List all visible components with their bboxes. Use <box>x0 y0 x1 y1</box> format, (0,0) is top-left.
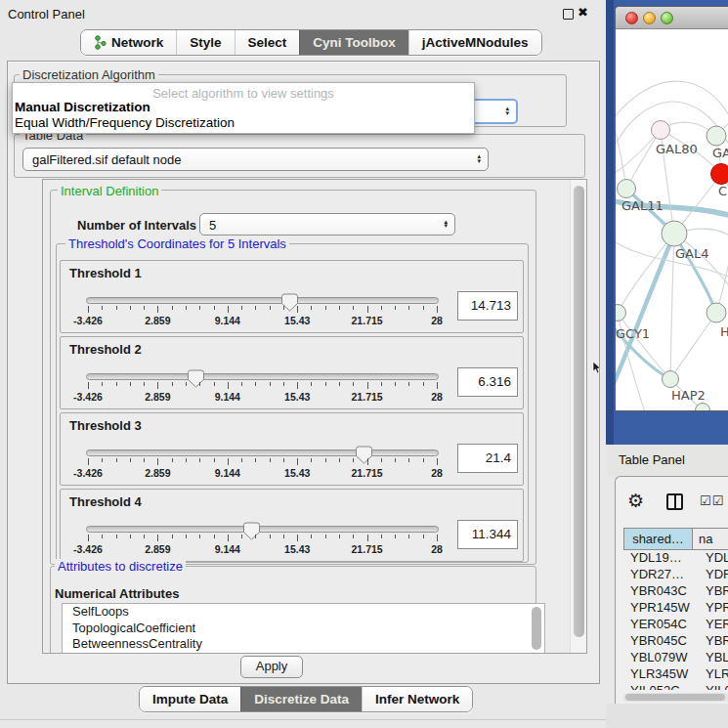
network-node-GAL4[interactable] <box>662 221 687 246</box>
threshold-slider[interactable]: -3.4262.8599.14415.4321.71528 <box>88 523 437 560</box>
table-data-combobox[interactable]: galFiltered.sif default node ▴▾ <box>22 148 489 171</box>
horizontal-scrollbar-thumb[interactable] <box>625 694 725 701</box>
attribute-item[interactable]: SelfLoops <box>63 604 544 621</box>
network-window-titlebar[interactable] <box>616 7 728 29</box>
tick-label: 9.144 <box>215 391 240 403</box>
tab-discretize-data[interactable]: Discretize Data <box>240 687 362 711</box>
table-row[interactable]: YDL19…YDL1 <box>623 550 728 567</box>
tab-label: Select <box>248 35 287 50</box>
table-row[interactable]: YDR27…YDR2 <box>623 567 728 583</box>
table-row[interactable]: YLR345WYLR3 <box>623 666 728 683</box>
network-node[interactable] <box>696 404 710 411</box>
cell-shared-name[interactable]: YDL19… <box>623 550 699 567</box>
threshold-value-field[interactable]: 11.344 <box>457 520 518 549</box>
slider-handle[interactable] <box>356 446 372 464</box>
cell-shared-name[interactable]: YLR345W <box>623 666 699 683</box>
network-node-GCY1[interactable] <box>616 305 626 321</box>
slider-handle[interactable] <box>188 369 204 388</box>
network-view-window[interactable]: GAL80GACGAL11GAL4GCY1HHAP2 <box>615 6 728 411</box>
close-traffic-light[interactable] <box>625 12 638 24</box>
control-panel: Control Panel ✖ NetworkStyleSelectCyni T… <box>0 0 606 728</box>
dropdown-option-manual-discretization[interactable]: Manual Discretization <box>15 100 150 114</box>
network-node-HAP2[interactable] <box>663 371 679 388</box>
column-layout-icon[interactable] <box>666 493 683 510</box>
cell-name[interactable]: YER0 <box>699 617 728 633</box>
apply-button[interactable]: Apply <box>240 656 303 678</box>
network-node-H[interactable] <box>707 303 726 322</box>
tab-network[interactable]: Network <box>81 30 176 55</box>
table-row[interactable]: YIL052CYIL0 <box>623 683 728 690</box>
network-node-GAL80[interactable] <box>652 121 670 140</box>
zoom-traffic-light[interactable] <box>661 12 673 24</box>
tick-mark <box>130 535 131 538</box>
checkbox-icons[interactable]: ☑☑ <box>700 493 724 508</box>
dropdown-option-equal-width-frequency[interactable]: Equal Width/Frequency Discretization <box>15 115 235 130</box>
cell-shared-name[interactable]: YIL052C <box>623 683 699 690</box>
network-node-GAL11[interactable] <box>618 180 636 198</box>
slider-track[interactable] <box>86 450 439 456</box>
tick-label: 21.715 <box>352 391 383 403</box>
table-row[interactable]: YPR145WYPR1 <box>623 600 728 617</box>
group-title-interval-definition: Interval Definition <box>58 184 161 198</box>
tab-cyni-toolbox[interactable]: Cyni Toolbox <box>299 30 408 55</box>
cell-shared-name[interactable]: YDR27… <box>623 567 699 583</box>
table-row[interactable]: YBR045CYBR0 <box>623 633 728 650</box>
cell-name[interactable]: YDR2 <box>699 567 728 583</box>
tick-mark <box>408 382 409 386</box>
threshold-slider[interactable]: -3.4262.8599.14415.4321.71528 <box>88 447 437 484</box>
slider-handle[interactable] <box>243 522 260 540</box>
number-of-intervals-combobox[interactable]: 5 ▴▾ <box>199 213 455 236</box>
cell-name[interactable]: YBL0 <box>699 650 728 666</box>
column-header-shared[interactable]: shared… <box>624 529 693 549</box>
cell-shared-name[interactable]: YPR145W <box>623 600 699 617</box>
slider-track[interactable] <box>86 373 439 380</box>
tab-jactivemnodules[interactable]: jActiveMNodules <box>408 30 541 55</box>
minimize-traffic-light[interactable] <box>643 12 656 24</box>
scrollbar-track[interactable] <box>570 180 586 653</box>
cell-name[interactable]: YPR1 <box>699 600 728 617</box>
slider-track[interactable] <box>86 526 439 533</box>
threshold-slider[interactable]: -3.4262.8599.14415.4321.71528 <box>88 370 437 407</box>
horizontal-scrollbar[interactable] <box>623 693 728 702</box>
cell-name[interactable]: YDL1 <box>699 550 728 567</box>
tick-mark <box>214 306 215 310</box>
table-row[interactable]: YBL079WYBL0 <box>623 650 728 666</box>
close-icon[interactable]: ✖ <box>578 5 588 20</box>
threshold-value-field[interactable]: 21.4 <box>457 444 518 473</box>
network-node-C[interactable] <box>711 164 728 185</box>
float-window-icon[interactable] <box>563 9 574 20</box>
tick-mark <box>325 458 326 462</box>
threshold-slider[interactable]: -3.4262.8599.14415.4321.71528 <box>88 294 437 331</box>
cell-shared-name[interactable]: YBR043C <box>623 583 699 600</box>
table-row[interactable]: YBR043CYBR0 <box>623 583 728 600</box>
threshold-box: Threshold 1 -3.4262.8599.14415.4321.7152… <box>60 260 524 333</box>
tab-infer-network[interactable]: Infer Network <box>362 687 472 711</box>
attribute-item[interactable]: TopologicalCoefficient <box>63 621 544 637</box>
cell-shared-name[interactable]: YER054C <box>623 617 699 633</box>
tick-mark <box>130 458 131 462</box>
cell-shared-name[interactable]: YBR045C <box>623 633 699 650</box>
tick-mark <box>228 458 229 465</box>
cell-name[interactable]: YBR0 <box>699 583 728 600</box>
cell-name[interactable]: YBR0 <box>699 633 728 650</box>
tab-style[interactable]: Style <box>176 30 234 55</box>
tab-impute-data[interactable]: Impute Data <box>140 687 240 711</box>
tick-mark <box>172 535 173 538</box>
slider-track[interactable] <box>86 297 439 304</box>
column-header-name[interactable]: na <box>693 529 728 549</box>
mouse-cursor <box>592 362 602 374</box>
network-node-GA[interactable] <box>707 126 726 146</box>
network-canvas[interactable]: GAL80GACGAL11GAL4GCY1HHAP2 <box>616 29 728 410</box>
table-row[interactable]: YER054CYER0 <box>623 617 728 633</box>
attribute-item[interactable]: BetweennessCentrality <box>63 636 544 653</box>
numerical-attributes-list[interactable]: SelfLoopsTopologicalCoefficientBetweenne… <box>62 603 545 654</box>
cell-name[interactable]: YLR3 <box>699 666 728 683</box>
scrollbar-thumb[interactable] <box>574 186 584 637</box>
threshold-value-field[interactable]: 14.713 <box>457 291 518 321</box>
tab-select[interactable]: Select <box>235 30 300 55</box>
cell-shared-name[interactable]: YBL079W <box>623 650 699 666</box>
gear-icon[interactable]: ⚙ <box>627 490 644 511</box>
cell-name[interactable]: YIL0 <box>699 683 728 690</box>
list-scrollbar[interactable] <box>532 607 541 650</box>
threshold-value-field[interactable]: 6.316 <box>457 367 518 397</box>
